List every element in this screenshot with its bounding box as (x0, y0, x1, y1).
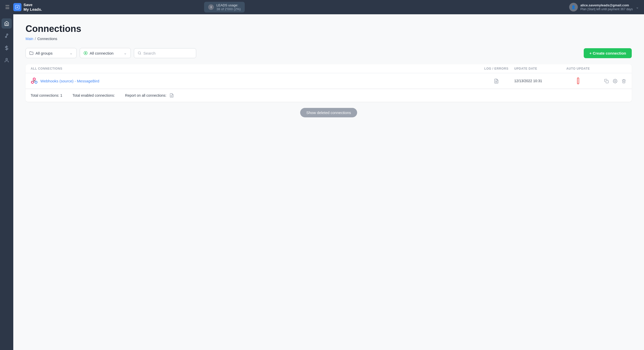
info-icon: i (208, 4, 214, 10)
leads-usage-badge: i LEADS usage: 38 of 2'000 (2%) (204, 2, 245, 12)
top-navigation: ☰ Save My Leads. i LEADS usage: 38 of 2'… (0, 0, 644, 14)
logo: Save My Leads. (13, 3, 42, 12)
webhook-icon (31, 77, 38, 84)
search-icon (138, 51, 141, 55)
show-deleted-button[interactable]: Show deleted connections (300, 108, 357, 117)
user-info[interactable]: 👤 alice.savemyleads@gmail.com Plan |Star… (569, 3, 633, 11)
user-email: alice.savemyleads@gmail.com (580, 3, 633, 7)
row-actions (596, 78, 627, 84)
connection-filter-dropdown[interactable]: All connection ⌄ (80, 48, 131, 58)
main-layout: Connections Main / Connections All group… (0, 14, 644, 350)
svg-point-16 (615, 80, 616, 82)
sidebar (0, 14, 13, 350)
chevron-down-icon: ⌄ (69, 51, 73, 55)
breadcrumb-current: Connections (37, 37, 57, 41)
update-date-cell: 12/13/2022 10:31 (514, 79, 560, 83)
gear-icon (613, 79, 617, 83)
sidebar-item-billing[interactable] (2, 43, 12, 53)
table-row: Webhooks (source) - MessageBird 12/13/20… (26, 73, 632, 89)
breadcrumb: Main / Connections (26, 37, 632, 41)
folder-icon (29, 51, 33, 55)
hamburger-menu[interactable]: ☰ (5, 4, 10, 10)
svg-point-11 (35, 81, 37, 83)
total-connections: Total connections: 1 (31, 93, 62, 97)
chevron-down-icon: ⌄ (124, 51, 127, 55)
svg-line-9 (140, 54, 141, 55)
play-icon (84, 51, 88, 55)
main-content: Connections Main / Connections All group… (13, 14, 644, 350)
column-header-update-date: UPDATE DATE (514, 67, 560, 70)
svg-marker-7 (85, 52, 86, 54)
user-section: 👤 alice.savemyleads@gmail.com Plan |Star… (569, 3, 639, 11)
total-enabled-connections: Total enabled connections: (73, 93, 115, 97)
search-input[interactable] (143, 51, 192, 55)
auto-update-cell (560, 78, 596, 84)
svg-rect-15 (606, 80, 608, 83)
avatar: 👤 (569, 3, 578, 11)
delete-connection-button[interactable] (621, 78, 627, 84)
auto-update-toggle-wrapper[interactable] (577, 78, 579, 84)
sidebar-item-connections[interactable] (2, 31, 12, 41)
logo-line2: My Leads. (24, 7, 42, 12)
create-connection-button[interactable]: + Create connection (584, 48, 632, 58)
connections-table: ALL CONNECTIONS LOG / ERRORS UPDATE DATE… (26, 64, 632, 102)
update-date-value: 12/13/2022 10:31 (514, 79, 542, 83)
breadcrumb-main-link[interactable]: Main (26, 37, 33, 41)
report-icon[interactable] (169, 93, 174, 98)
table-header: ALL CONNECTIONS LOG / ERRORS UPDATE DATE… (26, 64, 632, 73)
breadcrumb-separator: / (35, 37, 36, 41)
settings-connection-button[interactable] (612, 78, 618, 84)
svg-line-3 (6, 35, 7, 36)
svg-point-5 (6, 58, 8, 60)
column-header-log-errors: LOG / ERRORS (478, 67, 514, 70)
connection-name-link[interactable]: Webhooks (source) - MessageBird (31, 77, 478, 84)
groups-dropdown[interactable]: All groups ⌄ (26, 48, 77, 58)
search-box[interactable] (134, 48, 196, 58)
connection-filter-label: All connection (90, 51, 113, 55)
copy-icon (604, 79, 609, 83)
toolbar: All groups ⌄ All connection ⌄ + Create c… (26, 48, 632, 58)
svg-point-10 (31, 81, 34, 83)
chevron-down-icon[interactable]: ⌄ (636, 5, 639, 9)
groups-dropdown-label: All groups (36, 51, 53, 55)
svg-point-12 (33, 78, 36, 80)
document-icon (494, 79, 499, 84)
report-all-connections: Report on all connections: (125, 93, 174, 98)
column-header-connections: ALL CONNECTIONS (31, 67, 478, 70)
sidebar-item-profile[interactable] (2, 55, 12, 65)
leads-usage-label: LEADS usage: (216, 3, 238, 7)
page-title: Connections (26, 23, 632, 34)
trash-icon (622, 79, 626, 83)
table-footer: Total connections: 1 Total enabled conne… (26, 89, 632, 102)
column-header-auto-update: AUTO UPDATE (560, 67, 596, 70)
copy-connection-button[interactable] (604, 78, 609, 84)
show-deleted-container: Show deleted connections (26, 108, 632, 117)
connection-name-text: Webhooks (source) - MessageBird (40, 79, 99, 83)
user-plan: Plan |Start| left until payment 367 days (580, 7, 633, 11)
logo-icon (13, 3, 21, 11)
log-errors-cell[interactable] (478, 78, 514, 83)
logo-line1: Save (24, 3, 42, 7)
leads-usage-value: 38 of 2'000 (2%) (216, 7, 241, 11)
sidebar-item-home[interactable] (2, 18, 12, 29)
